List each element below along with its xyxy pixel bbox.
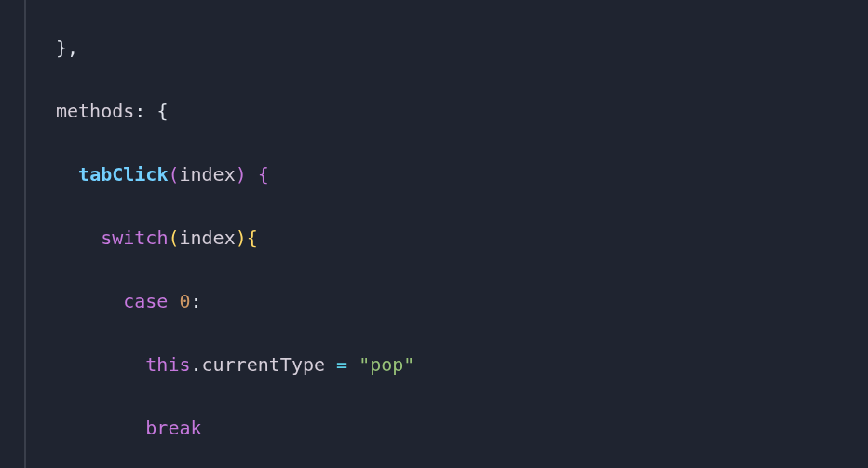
tok-paren: (: [168, 163, 179, 186]
tok-methods: methods: [56, 100, 134, 122]
tok-close: },: [56, 36, 78, 59]
tok-colon: :: [191, 290, 202, 312]
code-line[interactable]: switch(index){: [56, 222, 426, 254]
tok-switch: switch: [101, 227, 168, 249]
tok-func-name: tabClick: [78, 163, 168, 186]
code-line[interactable]: break: [56, 412, 426, 444]
code-editor[interactable]: }, methods: { tabClick(index) { switch(i…: [0, 0, 868, 468]
gutter: [0, 0, 26, 468]
tok-case: case: [123, 290, 168, 312]
tok-colon: :: [134, 100, 145, 122]
code-line[interactable]: case 0:: [56, 285, 426, 317]
tok-break: break: [145, 417, 201, 439]
code-line[interactable]: tabClick(index) {: [56, 158, 426, 190]
tok-paren: (: [168, 227, 179, 249]
tok-dot: .: [191, 353, 202, 376]
tok-brace: {: [247, 227, 258, 249]
tok-op: =: [336, 353, 347, 376]
tok-prop: currentType: [202, 353, 325, 376]
tok-num: 0: [179, 290, 190, 312]
code-line[interactable]: methods: {: [56, 95, 426, 127]
tok-param: index: [179, 163, 235, 186]
tok-brace: {: [156, 100, 168, 122]
tok-var: index: [179, 227, 235, 249]
tok-brace: {: [258, 163, 269, 186]
tok-paren: ): [236, 163, 247, 186]
tok-str: "pop": [359, 353, 414, 376]
code-content[interactable]: }, methods: { tabClick(index) { switch(i…: [26, 0, 426, 468]
tok-this: this: [145, 353, 190, 376]
code-line[interactable]: this.currentType = "pop": [56, 349, 426, 380]
tok-paren: ): [236, 227, 247, 249]
code-line[interactable]: },: [56, 32, 426, 63]
